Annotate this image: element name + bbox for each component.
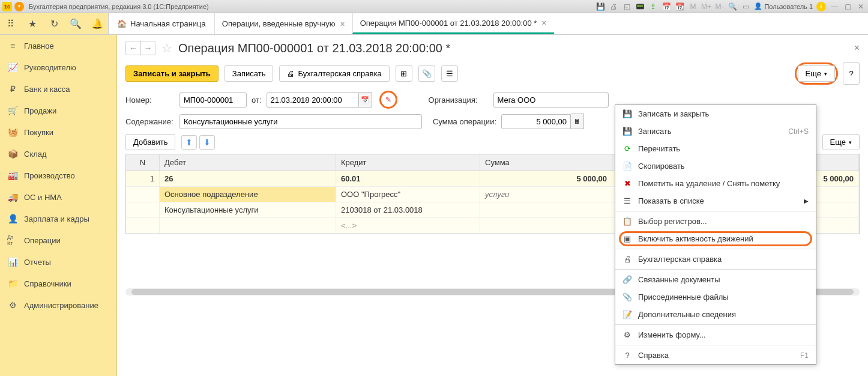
menu-show-list[interactable]: ☰Показать в списке▶ xyxy=(615,192,816,210)
nav-home[interactable]: 🏠 Начальная страница xyxy=(109,13,214,34)
attach-button[interactable]: 📎 xyxy=(418,65,435,82)
desc-input[interactable] xyxy=(179,114,422,129)
layout-icon[interactable]: ▭ xyxy=(741,2,750,11)
sidebar-item-assets[interactable]: 🚚ОС и НМА xyxy=(0,186,116,208)
menu-help[interactable]: ?СправкаF1 xyxy=(615,347,816,364)
table-more-button[interactable]: Еще ▾ xyxy=(822,134,860,150)
print-icon[interactable]: 🖨 xyxy=(609,2,618,11)
window-close-icon[interactable]: ✕ xyxy=(856,2,866,11)
sidebar-item-manager[interactable]: 📈Руководителю xyxy=(0,56,116,78)
move-up-button[interactable]: ⬆ xyxy=(181,135,197,150)
calc-icon[interactable]: 📟 xyxy=(635,2,645,11)
save-button[interactable]: Записать xyxy=(225,65,274,82)
history-icon[interactable]: ↻ xyxy=(43,13,65,35)
sidebar-item-payroll[interactable]: 👤Зарплата и кадры xyxy=(0,208,116,229)
list-button[interactable]: ☰ xyxy=(441,65,458,82)
sidebar-item-main[interactable]: ≡Главное xyxy=(0,35,116,56)
sidebar-item-production[interactable]: 🏭Производство xyxy=(0,165,116,186)
nav-home-label: Начальная страница xyxy=(130,19,206,28)
menu-change-form[interactable]: ⚙Изменить форму... xyxy=(615,326,816,344)
col-credit[interactable]: Кредит xyxy=(336,154,480,171)
menu-attachments[interactable]: 📎Присоединенные файлы xyxy=(615,288,816,306)
bell-icon[interactable]: 🔔 xyxy=(86,13,108,35)
app-dropdown-icon[interactable]: ▾ xyxy=(14,2,24,11)
sidebar-item-admin[interactable]: ⚙Администрирование xyxy=(0,294,116,316)
chevron-right-icon: ▶ xyxy=(804,198,809,204)
menu-copy[interactable]: 📄Скопировать xyxy=(615,157,816,175)
calculator-icon[interactable]: 🖩 xyxy=(571,114,584,129)
sidebar-item-purchases[interactable]: 🧺Покупки xyxy=(0,121,116,143)
col-n[interactable]: N xyxy=(126,154,160,171)
menu-registers[interactable]: 📋Выбор регистров... xyxy=(615,213,816,230)
add-row-button[interactable]: Добавить xyxy=(125,134,175,150)
export-icon[interactable]: ⇪ xyxy=(648,2,658,11)
menu-separator xyxy=(615,345,816,345)
m-minus-icon[interactable]: M- xyxy=(714,2,724,11)
user-label: Пользователь 1 xyxy=(764,3,813,10)
tab-operation-doc[interactable]: Операция МП00-000001 от 21.03.2018 20:00… xyxy=(352,13,554,34)
tab-operations-list[interactable]: Операции, введенные вручную × xyxy=(214,13,352,34)
menu-enable-activity[interactable]: ▣Включить активность движений xyxy=(615,230,816,247)
calendar-icon[interactable]: 📅 xyxy=(662,2,671,11)
org-input[interactable] xyxy=(493,92,609,108)
menu-acc-report[interactable]: 🖨Бухгалтерская справка xyxy=(615,250,816,268)
m-plus-icon[interactable]: M+ xyxy=(701,2,711,11)
info-icon[interactable]: i xyxy=(816,2,826,11)
registers-icon: 📋 xyxy=(622,217,632,226)
zoom-icon[interactable]: 🔍 xyxy=(728,2,737,11)
sum-input[interactable] xyxy=(501,114,571,129)
nav-forward-button[interactable]: → xyxy=(140,41,155,55)
help-button[interactable]: ? xyxy=(843,62,860,85)
move-down-button[interactable]: ⬇ xyxy=(199,135,215,150)
minimize-icon[interactable]: — xyxy=(830,2,839,11)
accounting-report-button[interactable]: 🖨 Бухгалтерская справка xyxy=(279,65,389,82)
bar-icon: 📊 xyxy=(7,257,18,267)
sidebar-item-reports[interactable]: 📊Отчеты xyxy=(0,251,116,273)
menu-mark-delete[interactable]: ✖Пометить на удаление / Снять пометку xyxy=(615,175,816,192)
number-input[interactable] xyxy=(179,92,247,108)
menu-save[interactable]: 💾ЗаписатьCtrl+S xyxy=(615,123,816,140)
sidebar-item-label: Главное xyxy=(24,41,54,50)
cal31-icon[interactable]: 📆 xyxy=(675,2,684,11)
activity-icon: ▣ xyxy=(622,234,632,243)
save-icon[interactable]: 💾 xyxy=(595,2,605,11)
page-close-icon[interactable]: × xyxy=(854,43,860,53)
apps-icon[interactable]: ⠿ xyxy=(0,13,22,35)
sidebar-item-label: Зарплата и кадры xyxy=(24,214,89,223)
more-dropdown-menu: 💾Записать и закрыть 💾ЗаписатьCtrl+S ⟳Пер… xyxy=(615,105,816,365)
favorite-star-icon[interactable]: ☆ xyxy=(161,41,172,55)
tab-close-icon[interactable]: × xyxy=(541,18,546,28)
search-icon[interactable]: 🔍 xyxy=(65,13,86,35)
calendar-picker-icon[interactable]: 📅 xyxy=(359,92,372,108)
menu-related-docs[interactable]: 🔗Связанные документы xyxy=(615,271,816,288)
user-badge[interactable]: 👤 Пользователь 1 xyxy=(754,2,813,10)
print-icon: 🖨 xyxy=(622,255,632,264)
more-button[interactable]: Еще ▾ xyxy=(798,65,835,82)
home-icon: 🏠 xyxy=(117,19,127,28)
cell-n: 1 xyxy=(126,171,160,186)
save-close-button[interactable]: Записать и закрыть xyxy=(125,65,219,82)
sidebar-item-operations[interactable]: Дт КтОперации xyxy=(0,229,116,251)
menu-save-close[interactable]: 💾Записать и закрыть xyxy=(615,105,816,123)
sidebar-item-bank[interactable]: ₽Банк и касса xyxy=(0,78,116,100)
help-icon: ? xyxy=(622,351,632,360)
tab-close-icon[interactable]: × xyxy=(340,19,345,29)
date-input[interactable] xyxy=(267,92,359,108)
col-sum[interactable]: Сумма xyxy=(480,154,612,171)
menu-additional-info[interactable]: 📝Дополнительные сведения xyxy=(615,306,816,323)
col-debit[interactable]: Дебет xyxy=(160,154,336,171)
sidebar-item-sales[interactable]: 🛒Продажи xyxy=(0,100,116,121)
structure-button[interactable]: ⊞ xyxy=(396,65,412,82)
edit-date-icon[interactable]: ✎ xyxy=(382,94,394,106)
sidebar-item-directories[interactable]: 📁Справочники xyxy=(0,273,116,294)
sidebar-item-warehouse[interactable]: 📦Склад xyxy=(0,143,116,165)
star-icon[interactable]: ★ xyxy=(22,13,43,35)
sidebar-item-label: ОС и НМА xyxy=(24,193,62,202)
menu-reread[interactable]: ⟳Перечитать xyxy=(615,140,816,157)
cell-sum: 5 000,00 xyxy=(480,171,612,186)
m-icon[interactable]: M xyxy=(688,2,698,11)
maximize-icon[interactable]: ▢ xyxy=(843,2,852,11)
compare-icon[interactable]: ◱ xyxy=(622,2,631,11)
nav-back-button[interactable]: ← xyxy=(126,41,140,55)
dtkt-icon: Дт Кт xyxy=(7,234,18,246)
